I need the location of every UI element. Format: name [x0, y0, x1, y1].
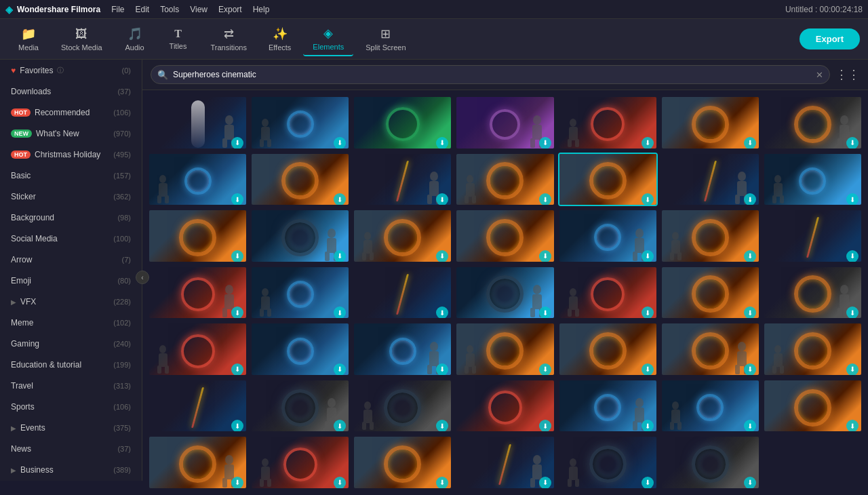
grid-item[interactable]: ⬇ Superheroes Cinemat... [763, 209, 863, 263]
export-button[interactable]: Export [800, 28, 860, 50]
sidebar-item-favorites[interactable]: ♥ Favorites ⓘ (0) [3, 60, 139, 81]
sidebar-item-sports-label: Sports [11, 402, 35, 412]
grid-item[interactable]: ⬇ Superheroes Cinemat... [250, 153, 350, 207]
sidebar-item-meme[interactable]: Meme (102) [3, 313, 139, 333]
toolbar-audio[interactable]: 🎵 Audio [115, 22, 155, 56]
sidebar-item-vfx[interactable]: ▶ VFX (228) [3, 292, 139, 312]
grid-item[interactable]: ⬇ Superheroes Cinemat... [250, 322, 350, 376]
download-badge: ⬇ [846, 137, 859, 149]
sidebar-item-business-count: (389) [113, 466, 131, 474]
grid-item[interactable]: ⬇ Superheroes Cinemat... [455, 209, 555, 263]
sidebar-item-sticker[interactable]: Sticker (362) [3, 186, 139, 207]
svg-rect-10 [530, 138, 535, 148]
sidebar-item-events[interactable]: ▶ Events (375) [3, 418, 139, 438]
sidebar-item-news[interactable]: News (37) [3, 439, 139, 459]
menu-tools[interactable]: Tools [160, 5, 179, 14]
grid-toggle-icon[interactable]: ⋮⋮ [835, 67, 860, 82]
sidebar-item-recommended[interactable]: HOT Recommended (106) [3, 102, 139, 123]
sidebar-item-christmas-holiday[interactable]: HOT Christmas Holiday (495) [3, 144, 139, 165]
grid-item[interactable]: ⬇ Superheroes Cinemat... [455, 266, 555, 320]
grid-item[interactable]: ⬇ Superheroes Cinemat... [148, 266, 248, 320]
sidebar-item-basic-count: (157) [113, 172, 131, 180]
grid-item[interactable]: ⬇ Superheroes Cinemat... [148, 435, 248, 490]
grid-item[interactable]: ⬇ Superheroes Cinemat... [148, 322, 248, 376]
grid-item[interactable]: ⬇ Superheroes Cinemat... [763, 266, 863, 320]
grid-item[interactable]: ⬇ Superheroes Cinemat... [558, 322, 658, 376]
grid-item[interactable]: ⬇ Superheroes Cinemat... [763, 379, 863, 433]
grid-item[interactable]: ⬇ Superheroes Cinemat... [353, 96, 452, 150]
grid-item[interactable]: ⬇ Superheroes Cinemat... [148, 96, 248, 150]
search-clear-icon[interactable]: ✕ [816, 70, 823, 80]
toolbar-titles[interactable]: T Titles [158, 24, 199, 54]
toolbar-elements[interactable]: ◈ Elements [303, 22, 353, 56]
grid-item[interactable]: ⬇ Superheroes Cinemat... [558, 96, 658, 150]
sidebar-item-gaming[interactable]: Gaming (240) [3, 334, 139, 354]
sidebar-item-vfx-count: (228) [113, 298, 131, 306]
grid-item[interactable]: ⬇ Superheroes Cinemat... [763, 96, 863, 150]
grid-item[interactable]: ⬇ Superheroes Cinemat... [353, 209, 452, 263]
sidebar-item-arrow[interactable]: Arrow (7) [3, 250, 139, 270]
toolbar-transitions[interactable]: ⇄ Transitions [201, 22, 256, 56]
svg-rect-125 [569, 467, 578, 480]
grid-item[interactable]: ⬇ Superheroes Cinemat... [558, 435, 658, 490]
grid-item[interactable]: ⬇ Superheroes Cinemat... [763, 322, 863, 376]
download-badge: ⬇ [334, 363, 346, 376]
svg-point-24 [430, 172, 438, 181]
sidebar-item-travel[interactable]: Travel (313) [3, 376, 139, 396]
toolbar-split-screen[interactable]: ⊞ Split Screen [356, 22, 415, 56]
search-input[interactable] [151, 65, 830, 84]
grid-item[interactable]: ⬇ Superheroes Cinemat... [353, 379, 452, 433]
sidebar-item-emoji[interactable]: Emoji (80) [3, 271, 139, 291]
svg-rect-21 [159, 183, 167, 197]
grid-item[interactable]: ⬇ Superheroes Cinemat... [250, 266, 350, 320]
menu-view[interactable]: View [190, 5, 208, 14]
sidebar-item-whats-new[interactable]: NEW What's New (970) [3, 123, 139, 144]
sidebar-item-background[interactable]: Background (98) [3, 207, 139, 228]
grid-item[interactable]: ⬇ Superheroes Cinemat... [660, 379, 760, 433]
grid-item[interactable]: ⬇ Superheroes Cinemat... [660, 209, 760, 263]
grid-item[interactable]: ⬇ Superheroes Cinemat... [558, 379, 658, 433]
grid-item[interactable]: ⬇ Superheroes Cinemat... [148, 379, 248, 433]
media-icon: 📁 [21, 26, 36, 41]
grid-item[interactable]: ⬇ Superheroes Cinemat... [250, 209, 350, 263]
grid-item[interactable]: ⬇ Superheroes Cinemat... [660, 435, 760, 490]
toolbar-effects[interactable]: ✨ Effects [259, 22, 300, 56]
menu-help[interactable]: Help [253, 5, 270, 14]
grid-item[interactable]: ⬇ Superheroes Cinemat... [763, 153, 863, 207]
grid-item[interactable]: ⬇ Superheroes Cinemat... [660, 322, 760, 376]
svg-rect-5 [261, 127, 270, 140]
sidebar-item-social-media[interactable]: Social Media (100) [3, 229, 139, 249]
menu-edit[interactable]: Edit [135, 5, 149, 14]
menu-export[interactable]: Export [218, 5, 242, 14]
grid-item[interactable]: ⬇ Superheroes Cinemat... [558, 266, 658, 320]
grid-item[interactable]: ⬇ Superheroes Cinemat... [660, 153, 760, 207]
grid-item[interactable]: ⬇ Superheroes Cinemat... [353, 266, 452, 320]
grid-item[interactable]: ⬇ Superheroes Cinemat... [455, 435, 555, 490]
grid-item[interactable]: ⬇ Superheroes Cinemat... [250, 96, 350, 150]
grid-item[interactable]: ⬇ Superheroes Cinemat... [148, 209, 248, 263]
sidebar-item-favorites-label: Favorites [20, 66, 53, 75]
grid-item[interactable]: ⬇ Superheroes Cinemat... [660, 96, 760, 150]
grid-item[interactable]: ⬇ Superheroes Cinemat... [558, 209, 658, 263]
sidebar-item-downloads[interactable]: Downloads (37) [3, 81, 139, 102]
sidebar-collapse-button[interactable]: ‹ [136, 271, 149, 284]
grid-item[interactable]: ⬇ Superheroes Cinemat... [353, 435, 452, 490]
menu-file[interactable]: File [111, 5, 124, 14]
grid-item[interactable]: ⬇ Superheroes Cinemat... [558, 153, 658, 207]
grid-item[interactable]: ⬇ Superheroes Cinemat... [353, 322, 452, 376]
grid-item[interactable]: ⬇ Superheroes Cinemat... [455, 96, 555, 150]
grid-item[interactable]: ⬇ Superheroes Cinemat... [353, 153, 452, 207]
grid-item[interactable]: ⬇ Superheroes Cinemat... [455, 153, 555, 207]
grid-item[interactable]: ⬇ Superheroes Cinemat... [455, 322, 555, 376]
grid-item[interactable]: ⬇ Superheroes Cinemat... [148, 153, 248, 207]
toolbar-stock-media[interactable]: 🖼 Stock Media [52, 23, 112, 56]
sidebar-item-education[interactable]: Education & tutorial (199) [3, 355, 139, 375]
grid-item[interactable]: ⬇ Superheroes Cinemat... [455, 379, 555, 433]
toolbar-media[interactable]: 📁 Media [8, 22, 49, 56]
sidebar-item-sports[interactable]: Sports (106) [3, 397, 139, 417]
grid-item[interactable]: ⬇ Superheroes Cinemat... [250, 435, 350, 490]
grid-item[interactable]: ⬇ Superheroes Cinemat... [660, 266, 760, 320]
sidebar-item-basic[interactable]: Basic (157) [3, 165, 139, 186]
grid-item[interactable]: ⬇ Superheroes Cinemat... [250, 379, 350, 433]
sidebar-item-business[interactable]: ▶ Business (389) [3, 460, 139, 480]
